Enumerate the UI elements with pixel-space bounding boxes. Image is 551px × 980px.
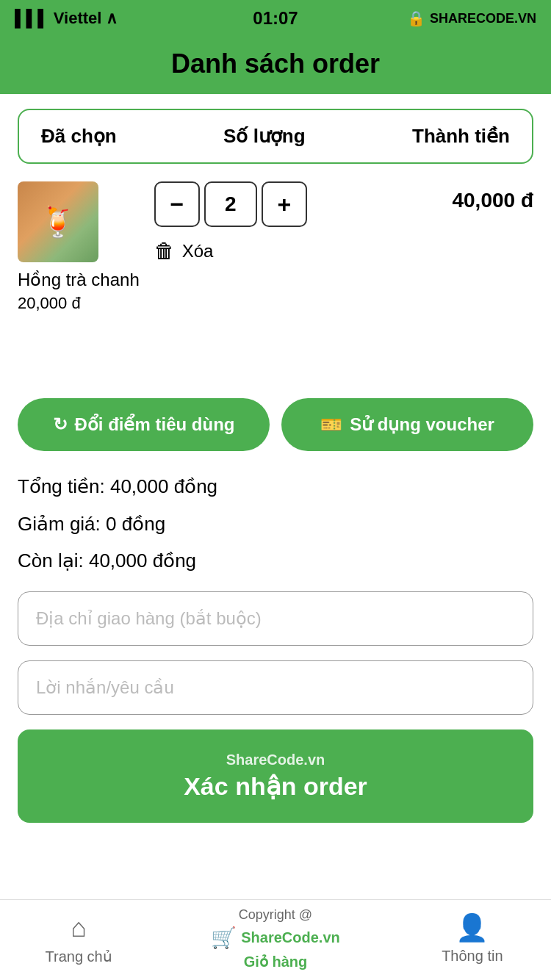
item-image-placeholder: 🍹: [18, 181, 98, 262]
item-price: 20,000 đ: [18, 294, 81, 313]
delete-button[interactable]: 🗑 Xóa: [154, 239, 214, 263]
increase-button[interactable]: +: [262, 181, 307, 227]
quantity-controls: − 2 +: [154, 181, 307, 227]
order-item: 🍹 Hồng trà chanh 20,000 đ − 2 + 🗑 Xóa: [18, 181, 533, 325]
signal-icon: ▌▌▌: [15, 9, 49, 28]
decrease-button[interactable]: −: [154, 181, 200, 227]
page-header: Danh sách order: [0, 37, 551, 94]
order-summary: Tổng tiền: 40,000 đồng Giảm giá: 0 đồng …: [18, 473, 533, 574]
item-total: 40,000 đ: [416, 189, 533, 212]
nav-info[interactable]: 👤 Thông tin: [394, 912, 551, 965]
action-buttons: ↻ Đổi điểm tiêu dùng 🎫 Sử dụng voucher: [18, 398, 533, 451]
confirm-sub-label: ShareCode.vn: [40, 752, 511, 768]
copyright-line1: Copyright @: [239, 907, 312, 923]
item-name: Hồng trà chanh: [18, 268, 140, 291]
table-header: Đã chọn Số lượng Thành tiền: [18, 109, 533, 164]
info-label: Thông tin: [442, 948, 503, 965]
quantity-display: 2: [204, 181, 257, 227]
cart-icon: 🛒: [211, 926, 237, 950]
carrier-name: Viettel: [54, 9, 102, 28]
redeem-points-button[interactable]: ↻ Đổi điểm tiêu dùng: [18, 398, 270, 451]
status-left: ▌▌▌ Viettel ∧: [15, 9, 118, 28]
delete-label: Xóa: [182, 241, 214, 262]
nav-home[interactable]: ⌂ Trang chủ: [0, 912, 157, 965]
status-time: 01:07: [253, 8, 298, 29]
brand-icon: 🔒: [407, 10, 425, 27]
col-selected: Đã chọn: [41, 125, 117, 148]
item-right: 40,000 đ: [416, 181, 533, 212]
cart-nav-label: Giỏ hàng: [244, 953, 307, 970]
page-title: Danh sách order: [171, 48, 380, 79]
status-right: 🔒 SHARECODE.VN: [407, 10, 536, 27]
redeem-label: Đổi điểm tiêu dùng: [75, 414, 235, 435]
spacer2: [18, 369, 533, 398]
trash-icon: 🗑: [154, 239, 175, 263]
copyright-cart: 🛒 ShareCode.vn: [211, 926, 339, 950]
col-total: Thành tiền: [412, 125, 510, 148]
home-icon: ⌂: [71, 912, 87, 943]
main-content: Đã chọn Số lượng Thành tiền 🍹 Hồng trà c…: [0, 94, 551, 911]
brand-label: SHARECODE.VN: [430, 11, 536, 26]
redeem-icon: ↻: [53, 414, 68, 435]
nav-copyright: Copyright @ 🛒 ShareCode.vn Giỏ hàng: [157, 907, 393, 970]
confirm-order-button[interactable]: ShareCode.vn Xác nhận order: [18, 729, 533, 823]
item-image: 🍹: [18, 181, 98, 262]
discount-line: Giảm giá: 0 đồng: [18, 511, 533, 537]
total-line: Tổng tiền: 40,000 đồng: [18, 473, 533, 500]
note-input[interactable]: [18, 660, 533, 715]
voucher-icon: 🎫: [320, 414, 342, 435]
copyright-line2: ShareCode.vn: [241, 929, 339, 946]
confirm-label: Xác nhận order: [184, 772, 367, 800]
item-controls: − 2 + 🗑 Xóa: [154, 181, 401, 263]
address-input[interactable]: [18, 591, 533, 646]
use-voucher-button[interactable]: 🎫 Sử dụng voucher: [281, 398, 533, 451]
bottom-navigation: ⌂ Trang chủ Copyright @ 🛒 ShareCode.vn G…: [0, 899, 551, 980]
col-quantity: Số lượng: [223, 125, 306, 148]
person-icon: 👤: [455, 912, 489, 943]
home-label: Trang chủ: [46, 948, 112, 965]
wifi-icon: ∧: [106, 9, 118, 28]
remaining-line: Còn lại: 40,000 đồng: [18, 547, 533, 574]
voucher-label: Sử dụng voucher: [350, 414, 494, 435]
item-left: 🍹 Hồng trà chanh 20,000 đ: [18, 181, 140, 325]
status-bar: ▌▌▌ Viettel ∧ 01:07 🔒 SHARECODE.VN: [0, 0, 551, 37]
spacer: [18, 339, 533, 369]
order-item-main: 🍹 Hồng trà chanh 20,000 đ − 2 + 🗑 Xóa: [18, 181, 533, 325]
